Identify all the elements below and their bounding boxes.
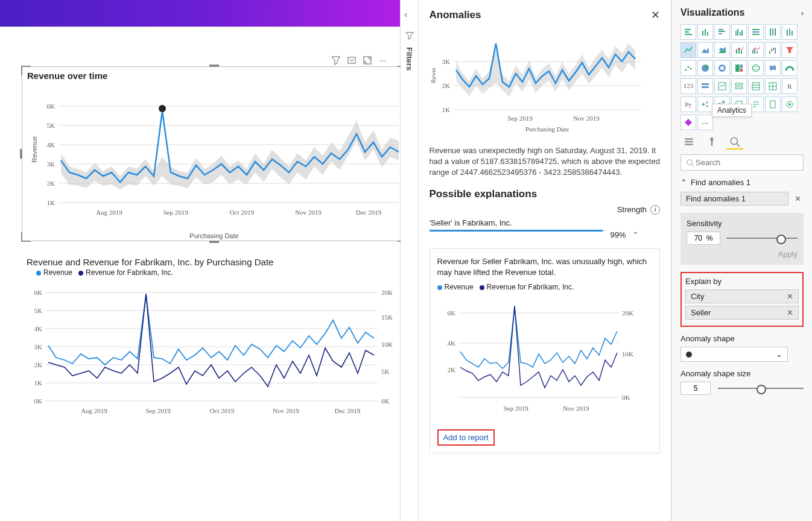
- add-to-report-button[interactable]: Add to report: [437, 429, 495, 446]
- viz-multi-row-card-icon[interactable]: [697, 78, 713, 94]
- viz-slicer-icon[interactable]: [731, 78, 747, 94]
- viz-waterfall-icon[interactable]: [765, 42, 781, 58]
- visual-revenue-over-time[interactable]: Revenue over time Revenue 1K 2K 3K 4K 5K…: [22, 66, 407, 241]
- svg-rect-78: [752, 29, 760, 30]
- viz-area-chart-icon[interactable]: [697, 42, 713, 58]
- viz-scatter-icon[interactable]: [680, 60, 696, 76]
- close-icon[interactable]: ✕: [651, 8, 660, 22]
- report-canvas[interactable]: ··· Revenue over time Revenue 1K 2K 3K 4…: [0, 0, 401, 521]
- format-tab-icon[interactable]: [703, 135, 720, 150]
- svg-rect-139: [711, 137, 714, 141]
- visual-revenue-fabrikam[interactable]: Revenue and Revenue for Fabrikam, Inc. b…: [22, 253, 405, 434]
- viz-clustered-bar-icon[interactable]: [714, 24, 730, 40]
- viz-gauge-icon[interactable]: [782, 60, 798, 76]
- viz-r-visual-icon[interactable]: R: [782, 78, 798, 94]
- viz-treemap-icon[interactable]: [731, 60, 747, 76]
- svg-text:2K: 2K: [447, 366, 455, 373]
- viz-ribbon-icon[interactable]: [782, 24, 798, 40]
- viz-pie-icon[interactable]: [697, 60, 713, 76]
- sensitivity-label: Sensitivity: [687, 219, 798, 228]
- explain-by-label: Explain by: [685, 277, 799, 286]
- filter-icon[interactable]: [405, 31, 414, 42]
- viz-python-visual-icon[interactable]: Py: [680, 96, 696, 112]
- find-anomalies-section-header[interactable]: ⌃ Find anomalies 1: [680, 178, 804, 187]
- svg-rect-104: [740, 65, 743, 68]
- svg-rect-110: [702, 86, 709, 88]
- focus-mode-icon[interactable]: [347, 55, 357, 65]
- viz-get-more-icon[interactable]: ···: [697, 115, 713, 130]
- viz-stacked-column-icon[interactable]: [697, 24, 713, 40]
- explain-by-field-seller[interactable]: Seller✕: [685, 306, 799, 320]
- chart-title: Revenue over time: [27, 71, 406, 81]
- svg-point-97: [685, 69, 687, 71]
- viz-card-icon[interactable]: 123: [680, 78, 696, 94]
- y-axis-label: Revenue: [31, 136, 38, 163]
- apply-button[interactable]: Apply: [687, 250, 798, 259]
- viz-stacked-area-icon[interactable]: [714, 42, 730, 58]
- svg-rect-128: [723, 101, 725, 103]
- chevron-left-icon[interactable]: ‹: [405, 10, 408, 19]
- svg-text:Sep 2019: Sep 2019: [503, 405, 528, 412]
- sensitivity-slider[interactable]: [726, 232, 798, 244]
- viz-table-icon[interactable]: [748, 78, 764, 94]
- remove-field-icon[interactable]: ✕: [787, 292, 793, 301]
- svg-text:4K: 4K: [47, 141, 56, 148]
- sensitivity-input[interactable]: [687, 232, 720, 245]
- viz-line-chart-icon[interactable]: [680, 42, 696, 58]
- svg-text:20K: 20K: [622, 309, 633, 317]
- find-anomalies-chip[interactable]: Find anomalies 1: [680, 192, 788, 206]
- svg-rect-85: [789, 28, 790, 36]
- info-icon[interactable]: i: [650, 205, 660, 215]
- explanation-card-desc: Revenue for Seller Fabrikam, Inc. was un…: [437, 256, 652, 278]
- svg-text:Oct 2019: Oct 2019: [210, 407, 235, 414]
- viz-stacked-bar-icon[interactable]: [680, 24, 696, 40]
- search-input[interactable]: [680, 154, 804, 171]
- svg-text:Nov 2019: Nov 2019: [295, 209, 322, 216]
- chevron-up-icon[interactable]: ⌃: [632, 230, 639, 239]
- viz-matrix-icon[interactable]: [765, 78, 781, 94]
- viz-key-influencers-icon[interactable]: [697, 96, 713, 112]
- anomaly-shape-size-slider[interactable]: [718, 382, 804, 394]
- visualizations-title: Visualizations: [680, 7, 744, 18]
- viz-funnel-icon[interactable]: [782, 42, 798, 58]
- filters-pane-collapsed[interactable]: ‹ Filters: [401, 0, 419, 521]
- svg-text:2K: 2K: [34, 361, 43, 368]
- viz-100-stacked-bar-icon[interactable]: [748, 24, 764, 40]
- viz-map-icon[interactable]: [748, 60, 764, 76]
- svg-rect-75: [737, 29, 738, 36]
- strength-value: 99%: [611, 230, 626, 239]
- more-options-icon[interactable]: ···: [378, 55, 388, 65]
- viz-clustered-column-icon[interactable]: [731, 24, 747, 40]
- remove-field-icon[interactable]: ✕: [787, 308, 793, 317]
- anomaly-mini-chart: Reveı 1K 2K 3K Sep 2019 Nov 2019 Purchas…: [430, 25, 645, 134]
- filter-icon[interactable]: [331, 55, 341, 65]
- remove-anomalies-icon[interactable]: ✕: [792, 192, 804, 208]
- viz-arcgis-icon[interactable]: [782, 96, 798, 112]
- svg-text:0K: 0K: [34, 397, 43, 405]
- analytics-tab-icon[interactable]: [726, 135, 743, 150]
- fields-tab-icon[interactable]: [680, 135, 697, 150]
- anomalies-title: Anomalies: [430, 9, 481, 21]
- svg-point-102: [720, 66, 724, 70]
- viz-donut-icon[interactable]: [714, 60, 730, 76]
- viz-kpi-icon[interactable]: [714, 78, 730, 94]
- viz-line-stacked-column-icon[interactable]: [731, 42, 747, 58]
- svg-line-144: [692, 164, 694, 166]
- svg-rect-71: [718, 29, 723, 30]
- viz-filled-map-icon[interactable]: [765, 60, 781, 76]
- svg-rect-69: [705, 29, 706, 36]
- chevron-right-icon[interactable]: ›: [801, 8, 804, 17]
- expand-icon[interactable]: [363, 55, 372, 65]
- visual-header-toolbar: ···: [331, 55, 388, 65]
- explain-by-field-city[interactable]: City✕: [685, 289, 799, 303]
- svg-rect-112: [735, 83, 743, 85]
- svg-text:1K: 1K: [34, 379, 43, 387]
- viz-power-apps-icon[interactable]: [680, 115, 696, 130]
- viz-100-stacked-column-icon[interactable]: [765, 24, 781, 40]
- viz-paginated-report-icon[interactable]: [765, 96, 781, 112]
- anomaly-shape-dropdown[interactable]: ⌄: [680, 347, 788, 362]
- anomaly-shape-size-input[interactable]: [680, 382, 711, 395]
- svg-rect-94: [771, 49, 772, 51]
- viz-line-clustered-column-icon[interactable]: [748, 42, 764, 58]
- svg-text:10K: 10K: [381, 341, 393, 348]
